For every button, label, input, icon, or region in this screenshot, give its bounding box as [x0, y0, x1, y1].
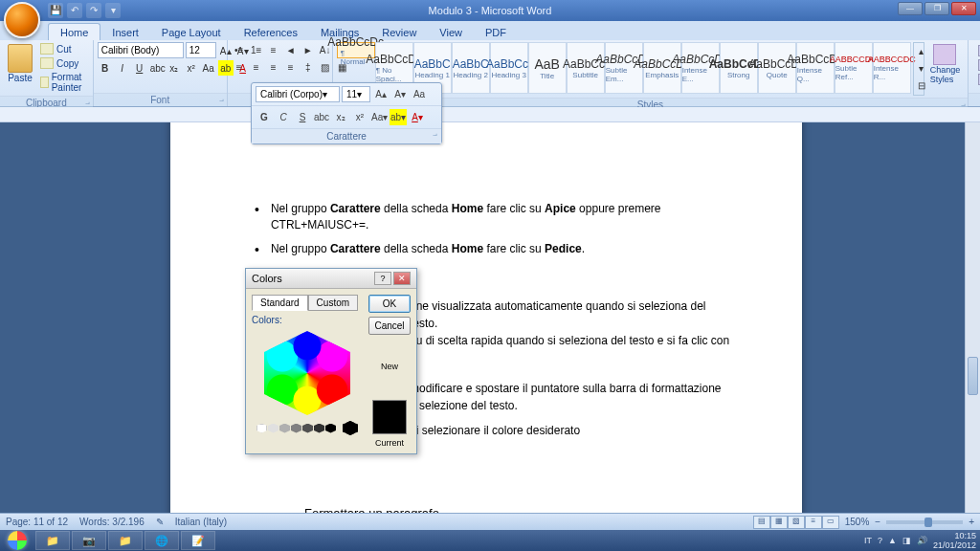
status-words[interactable]: Words: 3/2.196 — [79, 517, 145, 527]
zoom-slider[interactable] — [886, 520, 963, 524]
tray-network-icon[interactable]: ◨ — [902, 536, 911, 545]
view-draft-icon[interactable]: ▭ — [822, 516, 839, 529]
increase-indent-button[interactable]: ► — [301, 42, 316, 57]
change-styles-button[interactable]: Change Styles — [926, 42, 965, 86]
qat-save-icon[interactable]: 💾 — [48, 3, 63, 18]
zoom-out-button[interactable]: − — [875, 517, 880, 527]
restore-button[interactable]: ❐ — [924, 2, 949, 15]
taskbar-item[interactable]: 🌐 — [145, 531, 179, 550]
subscript-button[interactable]: x₂ — [167, 60, 182, 76]
office-button[interactable] — [4, 2, 40, 38]
find-button[interactable]: Find▾ — [976, 44, 980, 57]
mini-subscript[interactable]: x₂ — [332, 109, 349, 125]
select-button[interactable]: Select▾ — [976, 73, 980, 86]
mini-strike[interactable]: abc — [313, 109, 330, 125]
shading-button[interactable]: ▨ — [318, 59, 333, 75]
status-page[interactable]: Page: 11 of 12 — [6, 517, 68, 527]
style-item[interactable]: AaBbCcIHeading 3 — [490, 42, 528, 94]
multilevel-button[interactable]: ≡ — [266, 42, 281, 57]
font-size-select[interactable]: 12 — [186, 42, 216, 58]
status-proofing-icon[interactable]: ✎ — [156, 517, 164, 527]
dialog-ok-button[interactable]: OK — [368, 295, 411, 313]
change-case-button[interactable]: Aa — [201, 60, 216, 76]
dialog-help-button[interactable]: ? — [374, 272, 391, 285]
style-item[interactable]: AaBbCcDcQuote — [758, 42, 796, 94]
zoom-level[interactable]: 150% — [845, 517, 870, 527]
mini-case[interactable]: Aa▾ — [370, 109, 388, 125]
style-item[interactable]: AaBTitle — [528, 42, 567, 94]
italic-button[interactable]: I — [115, 60, 130, 76]
taskbar-item[interactable]: 📝 — [181, 531, 215, 550]
tray-clock[interactable]: 10:15 21/01/2012 — [933, 531, 976, 550]
strike-button[interactable]: abc — [149, 60, 165, 76]
tray-icon[interactable]: ▲ — [888, 536, 897, 545]
zoom-in-button[interactable]: + — [969, 517, 974, 527]
grayscale-row[interactable] — [252, 421, 363, 435]
tray-volume-icon[interactable]: 🔊 — [917, 536, 927, 545]
mini-font-color[interactable]: A▾ — [409, 109, 426, 125]
style-item[interactable]: AaBbCHeading 2 — [452, 42, 490, 94]
tab-home[interactable]: Home — [48, 23, 100, 40]
taskbar-item[interactable]: 📁 — [35, 531, 70, 550]
dialog-cancel-button[interactable]: Cancel — [368, 317, 411, 335]
numbering-button[interactable]: 1≡ — [249, 42, 264, 57]
tab-references[interactable]: References — [233, 24, 309, 40]
taskbar-item[interactable]: 📷 — [72, 531, 106, 550]
decrease-indent-button[interactable]: ◄ — [283, 42, 299, 57]
view-full-screen-icon[interactable]: ▦ — [770, 516, 788, 529]
horizontal-ruler[interactable] — [0, 107, 980, 122]
view-web-icon[interactable]: ▧ — [788, 516, 805, 529]
mini-font-family[interactable]: Calibri (Corpo) ▾ — [256, 86, 340, 102]
tray-lang[interactable]: IT — [864, 536, 872, 545]
qat-undo-icon[interactable]: ↶ — [67, 3, 82, 18]
color-hexagon-picker[interactable] — [259, 331, 355, 415]
format-painter-button[interactable]: Format Painter — [38, 71, 89, 94]
status-language[interactable]: Italian (Italy) — [175, 517, 227, 527]
mini-clear-format[interactable]: Aa — [411, 86, 428, 102]
mini-highlight[interactable]: ab▾ — [390, 109, 407, 125]
replace-button[interactable]: Replace — [976, 58, 980, 72]
dialog-close-button[interactable]: ✕ — [393, 272, 411, 285]
paste-button[interactable]: Paste — [4, 42, 36, 85]
superscript-button[interactable]: x² — [184, 60, 199, 76]
taskbar-item[interactable]: 📁 — [108, 531, 143, 550]
align-right-button[interactable]: ≡ — [266, 59, 281, 75]
line-spacing-button[interactable]: ‡ — [301, 59, 316, 75]
tab-page-layout[interactable]: Page Layout — [150, 24, 233, 40]
style-item[interactable]: AABBCCDCIntense R... — [873, 42, 911, 94]
view-outline-icon[interactable]: ≡ — [805, 516, 822, 529]
align-center-button[interactable]: ≡ — [249, 59, 264, 75]
dialog-tab-custom[interactable]: Custom — [308, 295, 358, 311]
qat-redo-icon[interactable]: ↷ — [86, 3, 101, 18]
start-button[interactable] — [0, 530, 34, 551]
mini-shrink-font[interactable]: A▾ — [391, 86, 409, 102]
align-left-button[interactable]: ≡ — [232, 59, 247, 75]
copy-button[interactable]: Copy — [38, 56, 89, 70]
tray-help-icon[interactable]: ? — [878, 536, 882, 545]
style-item[interactable]: AaBbCcDcEmphasis — [643, 42, 681, 94]
tab-insert[interactable]: Insert — [100, 24, 150, 40]
view-print-layout-icon[interactable]: ▤ — [753, 516, 770, 529]
mini-grow-font[interactable]: A▴ — [372, 86, 390, 102]
vertical-scrollbar[interactable] — [965, 122, 980, 513]
bullets-button[interactable]: •≡ — [232, 42, 247, 57]
style-item[interactable]: AaBbCcISubtitle — [567, 42, 605, 94]
style-item[interactable]: AaBbCcDcIntense Q... — [796, 42, 835, 94]
qat-more-icon[interactable]: ▾ — [105, 3, 121, 18]
style-item[interactable]: AABBCCDCSubtle Ref... — [835, 42, 873, 94]
justify-button[interactable]: ≡ — [283, 59, 299, 75]
underline-button[interactable]: U — [132, 60, 147, 76]
mini-italic[interactable]: C — [275, 109, 292, 125]
mini-bold[interactable]: G — [256, 109, 273, 125]
minimize-button[interactable]: — — [898, 2, 923, 15]
tab-pdf[interactable]: PDF — [474, 24, 518, 40]
cut-button[interactable]: Cut — [38, 42, 89, 55]
dialog-tab-standard[interactable]: Standard — [252, 295, 308, 311]
mini-font-size[interactable]: 11 ▾ — [342, 86, 370, 102]
close-button[interactable]: ✕ — [951, 2, 976, 15]
tab-view[interactable]: View — [428, 24, 474, 40]
mini-underline[interactable]: S — [294, 109, 311, 125]
font-family-select[interactable]: Calibri (Body) — [98, 42, 184, 58]
bold-button[interactable]: B — [98, 60, 113, 76]
mini-superscript[interactable]: x² — [351, 109, 368, 125]
